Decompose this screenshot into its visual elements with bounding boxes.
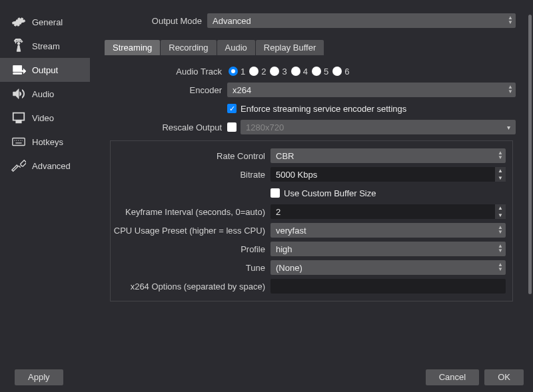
main-panel: Output Mode Advanced ▲▼ Streaming Record… [90,0,533,362]
cpu-preset-label: CPU Usage Preset (higher = less CPU) [111,226,270,236]
ok-button[interactable]: OK [484,369,524,385]
audio-track-radios: 1 2 3 4 5 6 [227,67,516,77]
sidebar-item-label: General [32,17,63,27]
chevron-down-icon: ▾ [507,124,510,131]
enforce-label: Enforce streaming service encoder settin… [241,104,406,114]
tab-streaming[interactable]: Streaming [105,40,160,55]
tune-label: Tune [111,263,270,273]
spin-buttons[interactable]: ▲▼ [495,167,506,182]
sidebar-item-general[interactable]: General [0,10,90,34]
tune-select[interactable]: (None) ▲▼ [270,260,506,275]
rescale-checkbox[interactable] [227,122,237,132]
scrollbar[interactable] [528,15,532,294]
tab-recording[interactable]: Recording [161,40,216,55]
sidebar-item-label: Hotkeys [32,137,63,147]
updown-icon: ▲▼ [498,225,503,234]
custom-buffer-checkbox[interactable] [270,188,280,198]
updown-icon: ▲▼ [498,244,503,253]
output-icon [11,62,27,78]
footer-buttons: Apply Cancel OK [0,362,533,392]
rescale-select[interactable]: 1280x720 ▾ [241,120,516,134]
bitrate-label: Bitrate [111,170,270,180]
bitrate-spinbox[interactable]: 5000 Kbps ▲▼ [270,167,506,182]
sidebar-item-label: Video [32,113,54,123]
keyframe-label: Keyframe Interval (seconds, 0=auto) [111,207,270,217]
monitor-icon [11,110,27,126]
apply-button[interactable]: Apply [15,369,63,385]
cancel-button[interactable]: Cancel [426,369,479,385]
enforce-checkbox[interactable] [227,104,237,113]
updown-icon: ▲▼ [508,85,513,94]
updown-icon: ▲▼ [498,150,503,160]
rate-control-select[interactable]: CBR ▲▼ [270,148,506,163]
output-mode-label: Output Mode [107,16,207,26]
encoder-settings-panel: Rate Control CBR ▲▼ Bitrate 5000 Kbps ▲▼ [110,140,513,301]
radio-track-5[interactable]: 5 [312,67,328,77]
sidebar-item-stream[interactable]: Stream [0,34,90,58]
speaker-icon [11,86,27,102]
custom-buffer-label: Use Custom Buffer Size [284,188,376,198]
x264-opts-input[interactable] [270,279,506,294]
encoder-label: Encoder [107,85,227,95]
profile-select[interactable]: high ▲▼ [270,242,506,256]
rate-control-label: Rate Control [111,151,270,161]
radio-track-4[interactable]: 4 [291,67,308,77]
encoder-select[interactable]: x264 ▲▼ [227,83,516,97]
output-mode-value: Advanced [213,16,251,26]
sidebar-item-video[interactable]: Video [0,106,90,130]
updown-icon: ▲▼ [508,15,513,25]
keyframe-spinbox[interactable]: 2 ▲▼ [270,204,506,219]
svg-rect-0 [13,138,25,146]
output-mode-select[interactable]: Advanced ▲▼ [207,13,516,28]
tab-replay-buffer[interactable]: Replay Buffer [256,40,324,55]
settings-sidebar: General Stream Output Audio Video Hotkey… [0,0,90,359]
x264-opts-label: x264 Options (separated by space) [111,282,270,292]
antenna-icon [11,38,27,54]
sidebar-item-label: Stream [32,41,60,51]
profile-label: Profile [111,244,270,254]
keyboard-icon [11,134,27,150]
sidebar-item-output[interactable]: Output [0,58,90,82]
sidebar-item-label: Output [32,65,58,75]
audio-track-label: Audio Track [107,67,227,77]
radio-track-6[interactable]: 6 [332,67,349,77]
tab-bar: Streaming Recording Audio Replay Buffer [105,40,518,55]
radio-track-2[interactable]: 2 [249,67,266,77]
sidebar-item-label: Advanced [32,161,71,171]
spin-buttons[interactable]: ▲▼ [495,204,506,219]
gear-icon [11,14,27,30]
cpu-preset-select[interactable]: veryfast ▲▼ [270,223,506,238]
radio-track-3[interactable]: 3 [270,67,286,77]
sidebar-item-label: Audio [32,89,54,99]
rescale-label: Rescale Output [107,122,227,132]
tools-icon [11,158,27,174]
radio-track-1[interactable]: 1 [229,67,245,77]
updown-icon: ▲▼ [498,262,503,272]
sidebar-item-hotkeys[interactable]: Hotkeys [0,130,90,154]
tab-audio[interactable]: Audio [217,40,255,55]
sidebar-item-audio[interactable]: Audio [0,82,90,106]
sidebar-item-advanced[interactable]: Advanced [0,154,90,178]
